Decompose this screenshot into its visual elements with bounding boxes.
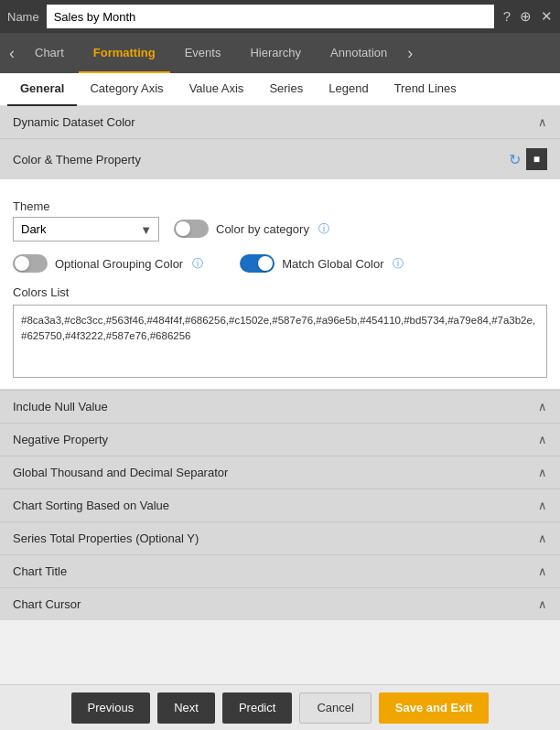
global-separator-label: Global Thousand and Decimal Separator bbox=[13, 466, 228, 479]
optional-grouping-toggle[interactable] bbox=[13, 254, 48, 273]
dynamic-dataset-label: Dynamic Dataset Color bbox=[13, 115, 135, 129]
chart-title-chevron: ∧ bbox=[538, 564, 547, 578]
color-by-category-group: Color by category ⓘ bbox=[174, 220, 329, 238]
title-bar: Name ? ⊕ ✕ bbox=[0, 0, 560, 33]
optional-grouping-thumb bbox=[15, 256, 29, 271]
negative-property-label: Negative Property bbox=[13, 433, 108, 446]
color-by-category-thumb bbox=[176, 221, 190, 236]
sub-tab-value-axis[interactable]: Value Axis bbox=[177, 73, 257, 106]
dark-button[interactable]: ■ bbox=[526, 148, 547, 170]
theme-label: Theme bbox=[13, 199, 159, 213]
name-label: Name bbox=[7, 10, 47, 24]
match-global-toggle[interactable] bbox=[240, 254, 275, 273]
colors-list-section: Colors List #8ca3a3,#c8c3cc,#563f46,#484… bbox=[13, 285, 547, 378]
match-global-group: Match Global Color ⓘ bbox=[240, 254, 404, 273]
chart-cursor-chevron: ∧ bbox=[538, 597, 547, 611]
global-separator-chevron: ∧ bbox=[538, 466, 547, 479]
include-null-label: Include Null Value bbox=[13, 400, 108, 413]
tab-formatting[interactable]: Formatting bbox=[79, 33, 170, 73]
theme-select-wrap: Dark Light Custom ▼ bbox=[13, 217, 159, 242]
chart-title-section[interactable]: Chart Title ∧ bbox=[0, 554, 560, 587]
include-null-chevron: ∧ bbox=[538, 400, 547, 413]
optional-grouping-track bbox=[13, 254, 48, 273]
sub-tab-category-axis[interactable]: Category Axis bbox=[77, 73, 176, 106]
sub-tab-general[interactable]: General bbox=[7, 73, 77, 106]
optional-grouping-group: Optional Grouping Color ⓘ bbox=[13, 254, 203, 273]
chart-sorting-label: Chart Sorting Based on Value bbox=[13, 499, 169, 512]
match-global-info-icon[interactable]: ⓘ bbox=[393, 256, 404, 272]
color-theme-header[interactable]: Color & Theme Property ↻ ■ bbox=[0, 138, 560, 179]
colors-list-label: Colors List bbox=[13, 285, 547, 299]
chart-sorting-section[interactable]: Chart Sorting Based on Value ∧ bbox=[0, 488, 560, 521]
previous-button[interactable]: Previous bbox=[71, 692, 151, 724]
close-icon[interactable]: ✕ bbox=[541, 8, 553, 25]
theme-select[interactable]: Dark Light Custom bbox=[13, 217, 159, 242]
tab-annotation[interactable]: Annotation bbox=[316, 33, 402, 73]
series-total-label: Series Total Properties (Optional Y) bbox=[13, 531, 199, 545]
main-content: Dynamic Dataset Color ∧ Color & Theme Pr… bbox=[0, 106, 560, 684]
bottom-bar: Previous Next Predict Cancel Save and Ex… bbox=[0, 684, 560, 730]
color-theme-content: Theme Dark Light Custom ▼ Color by cate bbox=[0, 179, 560, 390]
save-exit-button[interactable]: Save and Exit bbox=[379, 692, 490, 724]
tab-hierarchy[interactable]: Hierarchy bbox=[235, 33, 316, 73]
move-icon[interactable]: ⊕ bbox=[520, 8, 532, 25]
tab-next-btn[interactable]: › bbox=[402, 44, 418, 63]
global-separator-section[interactable]: Global Thousand and Decimal Separator ∧ bbox=[0, 456, 560, 488]
sub-tab-legend[interactable]: Legend bbox=[316, 73, 381, 106]
match-global-track bbox=[240, 254, 275, 273]
next-button[interactable]: Next bbox=[157, 692, 215, 724]
series-total-section[interactable]: Series Total Properties (Optional Y) ∧ bbox=[0, 521, 560, 554]
negative-property-chevron: ∧ bbox=[538, 433, 547, 446]
chart-sorting-chevron: ∧ bbox=[538, 499, 547, 512]
predict-button[interactable]: Predict bbox=[222, 692, 292, 724]
dynamic-dataset-chevron: ∧ bbox=[538, 115, 547, 129]
refresh-icon[interactable]: ↻ bbox=[509, 151, 521, 168]
optional-grouping-label: Optional Grouping Color bbox=[55, 257, 183, 271]
chart-cursor-section[interactable]: Chart Cursor ∧ bbox=[0, 587, 560, 620]
color-by-category-toggle[interactable] bbox=[174, 220, 209, 238]
colors-list-box[interactable]: #8ca3a3,#c8c3cc,#563f46,#484f4f,#686256,… bbox=[13, 305, 547, 378]
cancel-button[interactable]: Cancel bbox=[299, 692, 371, 724]
color-by-category-info-icon[interactable]: ⓘ bbox=[318, 221, 329, 237]
optional-grouping-info-icon[interactable]: ⓘ bbox=[192, 256, 203, 272]
chart-title-label: Chart Title bbox=[13, 564, 67, 578]
sub-tab-bar: General Category Axis Value Axis Series … bbox=[0, 73, 560, 106]
sub-tab-trend-lines[interactable]: Trend Lines bbox=[382, 73, 469, 106]
tab-prev-btn[interactable]: ‹ bbox=[4, 44, 20, 63]
include-null-section[interactable]: Include Null Value ∧ bbox=[0, 390, 560, 423]
toggles-row: Optional Grouping Color ⓘ Match Global C… bbox=[13, 254, 547, 273]
tab-bar: ‹ Chart Formatting Events Hierarchy Anno… bbox=[0, 33, 560, 73]
theme-row: Theme Dark Light Custom ▼ Color by cate bbox=[13, 199, 547, 242]
color-theme-label: Color & Theme Property bbox=[13, 153, 141, 166]
color-by-category-label: Color by category bbox=[216, 222, 309, 236]
negative-property-section[interactable]: Negative Property ∧ bbox=[0, 423, 560, 456]
dynamic-dataset-section[interactable]: Dynamic Dataset Color ∧ bbox=[0, 106, 560, 138]
help-icon[interactable]: ? bbox=[503, 8, 511, 25]
title-bar-icons: ? ⊕ ✕ bbox=[503, 8, 553, 25]
theme-select-group: Theme Dark Light Custom ▼ bbox=[13, 199, 159, 242]
match-global-label: Match Global Color bbox=[282, 257, 383, 271]
title-input[interactable] bbox=[47, 5, 494, 28]
tab-chart[interactable]: Chart bbox=[20, 33, 79, 73]
tab-events[interactable]: Events bbox=[170, 33, 236, 73]
sub-tab-series[interactable]: Series bbox=[256, 73, 316, 106]
color-by-category-track bbox=[174, 220, 209, 238]
color-theme-actions: ↻ ■ bbox=[509, 148, 547, 170]
series-total-chevron: ∧ bbox=[538, 531, 547, 545]
chart-cursor-label: Chart Cursor bbox=[13, 597, 81, 611]
match-global-thumb bbox=[258, 256, 273, 271]
